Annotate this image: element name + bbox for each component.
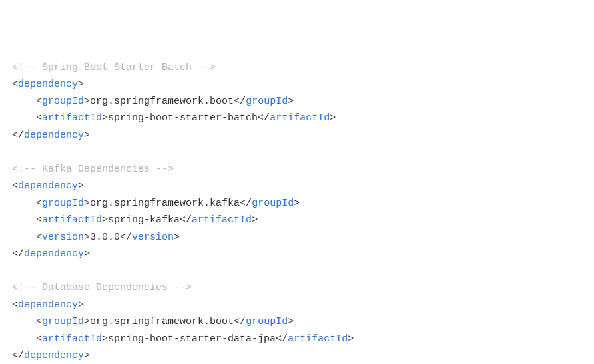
comment-batch: <!-- Spring Boot Starter Batch -->	[12, 59, 582, 77]
dependency-close: </dependency>	[12, 127, 582, 144]
dependency-close: </dependency>	[12, 347, 582, 364]
dependency-open: <dependency>	[12, 297, 582, 314]
groupId-line: <groupId>org.springframework.boot</group…	[12, 313, 582, 331]
groupId-line: <groupId>org.springframework.kafka</grou…	[12, 195, 582, 212]
artifactId-line: <artifactId>spring-kafka</artifactId>	[12, 212, 582, 229]
comment-kafka: <!-- Kafka Dependencies -->	[12, 161, 582, 178]
groupId-line: <groupId>org.springframework.boot</group…	[12, 93, 582, 110]
dependency-close: </dependency>	[12, 246, 582, 263]
version-line: <version>3.0.0</version>	[12, 229, 582, 246]
artifactId-line: <artifactId>spring-boot-starter-batch</a…	[12, 110, 582, 127]
artifactId-line: <artifactId>spring-boot-starter-data-jpa…	[12, 331, 582, 348]
dependency-open: <dependency>	[12, 76, 582, 93]
xml-code-block: <!-- Spring Boot Starter Batch --><depen…	[12, 59, 582, 365]
blank-line	[12, 263, 582, 280]
blank-line	[12, 144, 582, 161]
comment-db: <!-- Database Dependencies -->	[12, 279, 582, 297]
dependency-open: <dependency>	[12, 178, 582, 195]
